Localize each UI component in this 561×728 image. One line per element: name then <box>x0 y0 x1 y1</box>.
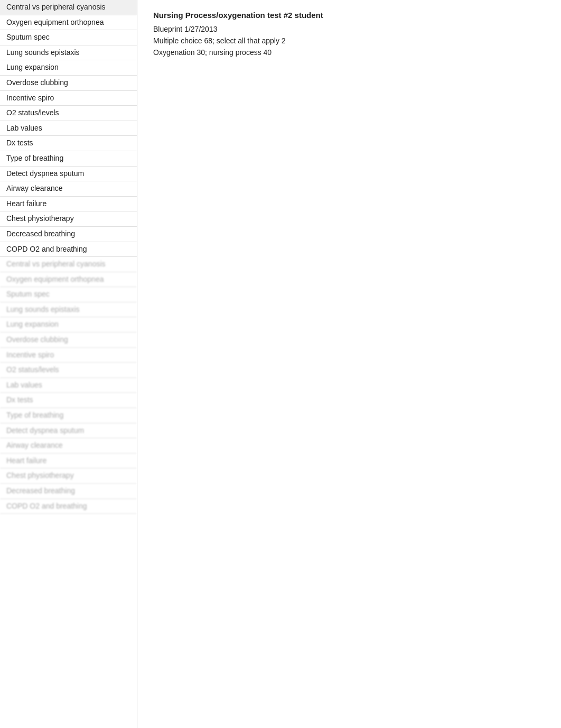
sidebar-item-1[interactable]: Oxygen equipment orthopnea <box>0 15 137 31</box>
sidebar-item-24[interactable]: O2 status/levels <box>0 363 137 378</box>
sidebar-item-22[interactable]: Overdose clubbing <box>0 333 137 348</box>
sidebar-item-31[interactable]: Chest physiotherapy <box>0 468 137 484</box>
sidebar-item-19[interactable]: Sputum spec <box>0 287 137 302</box>
main-line2: Oxygenation 30; nursing process 40 <box>153 48 545 57</box>
sidebar-item-8[interactable]: Lab values <box>0 121 137 136</box>
sidebar-item-28[interactable]: Detect dyspnea sputum <box>0 423 137 439</box>
sidebar-item-11[interactable]: Detect dyspnea sputum <box>0 167 137 182</box>
sidebar-item-23[interactable]: Incentive spiro <box>0 348 137 363</box>
sidebar-item-30[interactable]: Heart failure <box>0 454 137 469</box>
sidebar-item-32[interactable]: Decreased breathing <box>0 484 137 499</box>
sidebar-item-26[interactable]: Dx tests <box>0 393 137 408</box>
sidebar-item-27[interactable]: Type of breathing <box>0 408 137 423</box>
main-title: Nursing Process/oxygenation test #2 stud… <box>153 11 545 20</box>
sidebar-item-14[interactable]: Chest physiotherapy <box>0 211 137 227</box>
main-content: Nursing Process/oxygenation test #2 stud… <box>137 0 561 728</box>
sidebar-item-5[interactable]: Overdose clubbing <box>0 76 137 91</box>
sidebar-item-20[interactable]: Lung sounds epistaxis <box>0 302 137 318</box>
sidebar-item-15[interactable]: Decreased breathing <box>0 227 137 242</box>
sidebar-item-2[interactable]: Sputum spec <box>0 30 137 45</box>
sidebar-item-12[interactable]: Airway clearance <box>0 181 137 197</box>
sidebar-item-3[interactable]: Lung sounds epistaxis <box>0 45 137 61</box>
sidebar: Central vs peripheral cyanosisOxygen equ… <box>0 0 137 728</box>
sidebar-item-25[interactable]: Lab values <box>0 378 137 393</box>
sidebar-item-18[interactable]: Oxygen equipment orthopnea <box>0 272 137 288</box>
sidebar-item-6[interactable]: Incentive spiro <box>0 91 137 106</box>
sidebar-item-33[interactable]: COPD O2 and breathing <box>0 499 137 514</box>
main-subtitle: Blueprint 1/27/2013 <box>153 25 545 33</box>
sidebar-item-7[interactable]: O2 status/levels <box>0 106 137 121</box>
sidebar-item-9[interactable]: Dx tests <box>0 136 137 151</box>
main-line1: Multiple choice 68; select all that appl… <box>153 36 545 45</box>
sidebar-item-0[interactable]: Central vs peripheral cyanosis <box>0 0 137 15</box>
sidebar-item-13[interactable]: Heart failure <box>0 197 137 212</box>
sidebar-item-21[interactable]: Lung expansion <box>0 317 137 333</box>
sidebar-item-4[interactable]: Lung expansion <box>0 60 137 76</box>
sidebar-item-10[interactable]: Type of breathing <box>0 151 137 167</box>
sidebar-item-17[interactable]: Central vs peripheral cyanosis <box>0 257 137 272</box>
sidebar-item-16[interactable]: COPD O2 and breathing <box>0 242 137 257</box>
sidebar-item-29[interactable]: Airway clearance <box>0 438 137 454</box>
